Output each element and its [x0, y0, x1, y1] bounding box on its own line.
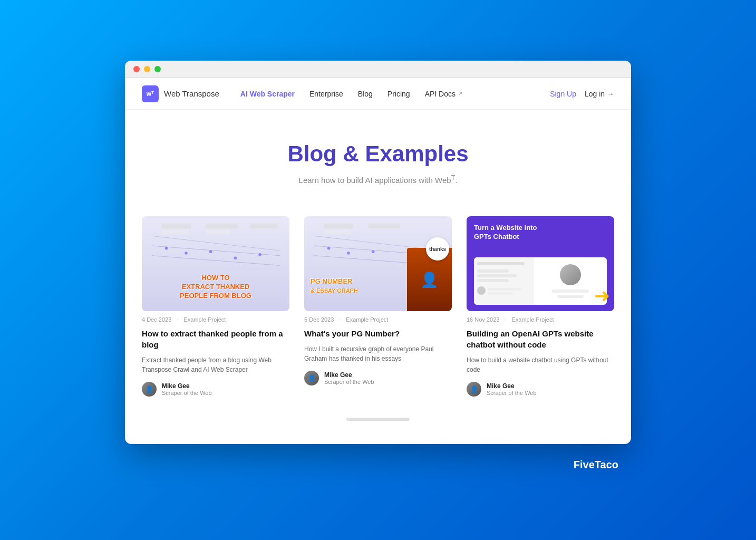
svg-point-5 [209, 250, 212, 253]
hero-section: Blog & Examples Learn how to build AI ap… [125, 110, 631, 206]
svg-point-17 [347, 252, 350, 255]
card-author-1: 👤 Mike Gee Scraper of the Web [142, 382, 289, 397]
sign-up-link[interactable]: Sign Up [550, 90, 576, 98]
author-name-2: Mike Gee [324, 371, 374, 379]
svg-line-2 [152, 236, 280, 250]
svg-rect-11 [206, 230, 230, 234]
nav-pricing[interactable]: Pricing [387, 90, 410, 98]
card-meta-1: 4 Dec 2023 · Example Project [142, 316, 289, 323]
svg-point-18 [372, 250, 375, 253]
card-title-1: How to extract thanked people from a blo… [142, 328, 289, 350]
thanks-bubble: thanks [426, 237, 449, 261]
card-date-2: 5 Dec 2023 [304, 316, 334, 323]
blog-card-2[interactable]: 👤 thanks PG NUMBER& ESSAY GRAPH 5 Dec 20… [304, 216, 452, 397]
svg-rect-8 [161, 224, 191, 228]
logo-text: Web Transpose [164, 89, 219, 98]
card-title-2: What's your PG Number? [304, 328, 452, 339]
preview-left-panel [474, 257, 534, 305]
card-thumbnail-2: 👤 thanks PG NUMBER& ESSAY GRAPH [304, 216, 452, 311]
scroll-indicator-wrap [125, 418, 631, 444]
blog-card-1[interactable]: HOW TOEXTRACT THANKEDPEOPLE FROM BLOG 4 … [142, 216, 289, 397]
author-avatar-1: 👤 [142, 382, 157, 397]
card-tag-3: Example Project [511, 316, 554, 323]
thumb-3-title: Turn a Website into GPTs Chatbot [474, 224, 553, 242]
card-date-3: 16 Nov 2023 [467, 316, 499, 323]
navbar: wᵀ Web Transpose AI Web Scraper Enterpri… [125, 78, 631, 110]
preview-avatar [560, 264, 581, 285]
nav-links: AI Web Scraper Enterprise Blog Pricing A… [240, 90, 550, 98]
card-desc-1: Extract thanked people from a blog using… [142, 355, 289, 374]
svg-point-6 [234, 257, 237, 260]
footer-brand-text: FiveTaco [574, 459, 618, 470]
logo-area[interactable]: wᵀ Web Transpose [142, 85, 219, 102]
nav-blog[interactable]: Blog [358, 90, 373, 98]
svg-rect-9 [161, 230, 188, 234]
svg-rect-10 [206, 224, 238, 228]
author-title-3: Scraper of the Web [487, 390, 537, 396]
card-meta-2: 5 Dec 2023 · Example Project [304, 316, 452, 323]
hero-title: Blog & Examples [142, 141, 614, 167]
svg-rect-12 [250, 224, 277, 228]
thumb-text-2: PG NUMBER& ESSAY GRAPH [304, 277, 404, 295]
thumb-3-preview [474, 257, 607, 305]
svg-point-7 [258, 253, 261, 256]
card-tag-1: Example Project [183, 316, 226, 323]
nav-enterprise[interactable]: Enterprise [309, 90, 343, 98]
card-thumbnail-3: Turn a Website into GPTs Chatbot [467, 216, 614, 311]
author-title-2: Scraper of the Web [324, 379, 374, 385]
minimize-dot [144, 66, 150, 72]
nav-api-docs[interactable]: API Docs ↗ [425, 90, 462, 98]
card-author-3: 👤 Mike Gee Scraper of the Web [467, 382, 614, 397]
author-name-3: Mike Gee [487, 382, 537, 390]
card-desc-3: How to build a website chatbot using GPT… [467, 355, 614, 374]
card-meta-3: 16 Nov 2023 · Example Project [467, 316, 614, 323]
logo-icon: wᵀ [142, 85, 159, 102]
card-desc-2: How I built a recursive graph of everyon… [304, 344, 452, 363]
login-link[interactable]: Log in → [585, 90, 614, 98]
hero-subtitle: Learn how to build AI applications with … [142, 174, 614, 185]
close-dot [133, 66, 140, 72]
author-avatar-2: 👤 [304, 371, 319, 385]
author-name-1: Mike Gee [162, 382, 212, 390]
footer: FiveTaco [125, 450, 631, 479]
external-link-icon: ↗ [458, 90, 462, 97]
maximize-dot [154, 66, 161, 72]
blog-grid: HOW TOEXTRACT THANKEDPEOPLE FROM BLOG 4 … [125, 206, 631, 418]
svg-line-1 [152, 256, 280, 266]
card-author-2: 👤 Mike Gee Scraper of the Web [304, 371, 452, 385]
svg-point-4 [185, 252, 188, 255]
blog-card-3[interactable]: Turn a Website into GPTs Chatbot [467, 216, 614, 397]
scroll-indicator [346, 418, 410, 421]
svg-rect-20 [324, 230, 351, 234]
svg-rect-19 [324, 224, 353, 228]
arrow-icon: ➜ [594, 285, 610, 307]
browser-chrome [125, 61, 631, 78]
svg-point-3 [165, 247, 168, 250]
author-avatar-3: 👤 [467, 382, 481, 397]
card-thumbnail-1: HOW TOEXTRACT THANKEDPEOPLE FROM BLOG [142, 216, 289, 311]
svg-rect-21 [368, 224, 400, 228]
nav-auth: Sign Up Log in → [550, 90, 614, 98]
card-date-1: 4 Dec 2023 [142, 316, 171, 323]
browser-window: wᵀ Web Transpose AI Web Scraper Enterpri… [125, 61, 631, 444]
card-tag-2: Example Project [346, 316, 388, 323]
nav-ai-web-scraper[interactable]: AI Web Scraper [240, 90, 295, 98]
thumb-text-1: HOW TOEXTRACT THANKEDPEOPLE FROM BLOG [142, 274, 289, 301]
author-title-1: Scraper of the Web [162, 390, 212, 396]
card-title-3: Building an OpenAI GPTs website chatbot … [467, 328, 614, 350]
svg-point-16 [327, 247, 331, 250]
